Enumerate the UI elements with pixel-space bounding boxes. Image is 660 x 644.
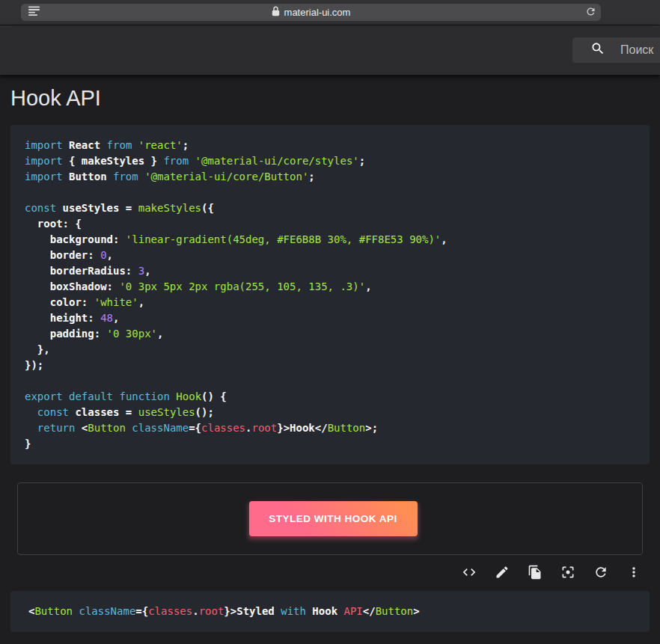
styled-demo-button[interactable]: STYLED WITH HOOK API bbox=[249, 501, 418, 536]
code-line bbox=[25, 185, 635, 200]
edit-icon bbox=[495, 565, 510, 582]
reset-demo-button[interactable] bbox=[592, 564, 610, 582]
reader-icon bbox=[28, 5, 41, 19]
lock-icon bbox=[272, 6, 280, 19]
demo-toolbar bbox=[17, 561, 643, 585]
code-block-snippet: <Button className={classes.root}>Styled … bbox=[10, 591, 650, 632]
show-code-button[interactable] bbox=[460, 564, 478, 582]
code-line: export default function Hook() { bbox=[25, 389, 635, 405]
code-line: const classes = useStyles(); bbox=[25, 405, 635, 420]
edit-button[interactable] bbox=[493, 564, 511, 582]
reset-focus-icon bbox=[560, 565, 575, 582]
code-line: return <Button className={classes.root}>… bbox=[25, 420, 635, 436]
code-line: root: { bbox=[25, 216, 635, 232]
code-line: height: 48, bbox=[25, 310, 635, 326]
more-vert-icon bbox=[626, 565, 641, 582]
code-line: import React from 'react'; bbox=[25, 138, 635, 153]
search-icon bbox=[572, 41, 605, 59]
search-placeholder: Поиск bbox=[620, 43, 653, 57]
code-block-main: import React from 'react';import { makeS… bbox=[10, 125, 650, 464]
code-line: import { makeStyles } from '@material-ui… bbox=[25, 153, 635, 169]
code-line: const useStyles = makeStyles({ bbox=[25, 200, 635, 216]
url-text: material-ui.com bbox=[284, 7, 351, 18]
app-bar: Поиск bbox=[0, 25, 660, 75]
search-box[interactable]: Поиск bbox=[572, 37, 660, 63]
copy-button[interactable] bbox=[526, 564, 544, 582]
code-line bbox=[25, 373, 635, 389]
more-options-button[interactable] bbox=[625, 564, 643, 582]
browser-chrome: material-ui.com bbox=[0, 0, 660, 25]
code-line: } bbox=[25, 436, 635, 452]
code-line: padding: '0 30px', bbox=[25, 326, 635, 342]
code-line: background: 'linear-gradient(45deg, #FE6… bbox=[25, 232, 635, 248]
copy-icon bbox=[528, 565, 543, 582]
code-line: }); bbox=[25, 358, 635, 373]
code-line: borderRadius: 3, bbox=[25, 263, 635, 279]
reset-focus-button[interactable] bbox=[559, 564, 577, 582]
code-line: color: 'white', bbox=[25, 295, 635, 310]
refresh-icon bbox=[593, 565, 608, 582]
demo-container: STYLED WITH HOOK API bbox=[17, 482, 643, 555]
code-line: }, bbox=[25, 342, 635, 358]
code-line: import Button from '@material-ui/core/Bu… bbox=[25, 169, 635, 185]
code-line: border: 0, bbox=[25, 248, 635, 263]
reload-button[interactable] bbox=[584, 6, 597, 19]
code-line: boxShadow: '0 3px 5px 2px rgba(255, 105,… bbox=[25, 279, 635, 295]
reader-button[interactable] bbox=[25, 6, 43, 19]
page-title: Hook API bbox=[0, 75, 660, 111]
address-bar[interactable]: material-ui.com bbox=[21, 4, 601, 21]
code-icon bbox=[462, 565, 477, 582]
reload-icon bbox=[585, 6, 596, 19]
code-line: <Button className={classes.root}>Styled … bbox=[28, 604, 420, 619]
